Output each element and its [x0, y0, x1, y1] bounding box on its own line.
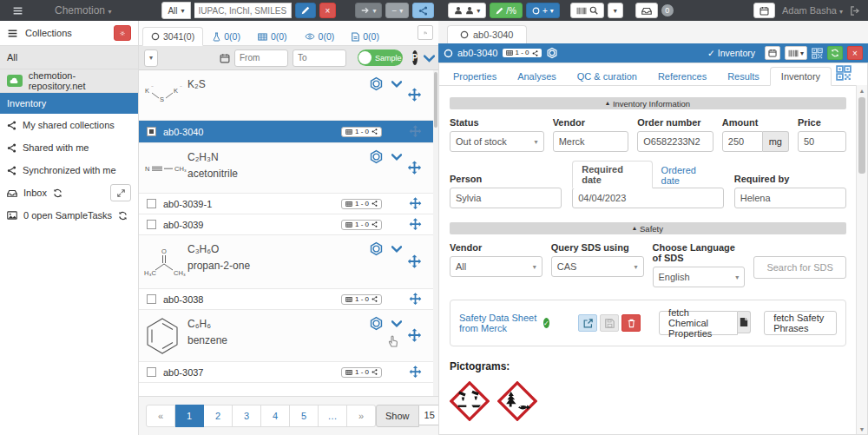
chevron-down-icon[interactable] — [391, 320, 402, 327]
sidebar-item-inbox[interactable]: Inbox — [0, 181, 138, 204]
move-icon[interactable] — [408, 217, 423, 232]
manage-collections-button[interactable] — [114, 25, 131, 41]
date-to-input[interactable] — [293, 49, 346, 67]
clear-search-button[interactable]: × — [319, 3, 337, 18]
page-2[interactable]: 2 — [204, 405, 233, 427]
sidebar-item-inventory[interactable]: Inventory — [0, 93, 138, 114]
required-by-input[interactable] — [734, 188, 846, 208]
remove-button[interactable]: −▾ — [385, 3, 409, 18]
move-icon[interactable] — [408, 365, 423, 379]
amount-input[interactable] — [722, 131, 763, 152]
scroll-thumb[interactable] — [858, 97, 865, 174]
brand-menu[interactable]: Chemotion ▾ — [55, 4, 111, 16]
safety-section-header[interactable]: ▾Safety — [450, 222, 846, 234]
expand-filter-button[interactable] — [424, 50, 435, 66]
detail-window-tab[interactable]: ab0-3040 — [447, 25, 527, 43]
sync-button[interactable] — [827, 46, 843, 60]
date-filter-icon[interactable] — [220, 50, 230, 66]
fetch-safety-phrases-button[interactable]: fetch Safety Phrases — [764, 311, 837, 335]
tab-references[interactable]: References — [648, 68, 717, 85]
calendar-button[interactable] — [753, 3, 775, 18]
inbox-button[interactable] — [635, 3, 658, 18]
move-icon[interactable] — [406, 87, 423, 103]
sidebar-item-synchronized-with-me[interactable]: Synchronized with me — [0, 159, 138, 181]
sidebar-item-shared-with-me[interactable]: Shared with me — [0, 136, 138, 159]
molecule-ring-icon[interactable] — [369, 149, 384, 164]
close-detail-button[interactable]: × — [847, 46, 863, 60]
search-scope-select[interactable]: All▾ — [161, 2, 190, 19]
query-sds-select[interactable]: CAS▾ — [551, 256, 644, 277]
tab-samples[interactable]: 3041(0) — [142, 27, 203, 46]
row-checkbox[interactable] — [147, 367, 156, 377]
logout-button[interactable] — [850, 3, 861, 18]
move-icon[interactable] — [408, 124, 423, 139]
molecule-row-benzene[interactable]: C₆H₆ benzene — [139, 310, 438, 362]
sample-row-ab0-3039-1[interactable]: ab0-3039-1 1 - 0 — [139, 194, 438, 214]
user-menu[interactable]: Adam Basha ▾ — [782, 5, 843, 16]
sample-row-ab0-3038[interactable]: ab0-3038 1 - 0 — [139, 289, 438, 310]
tab-qc-curation[interactable]: QC & curation — [567, 68, 648, 85]
molecule-ring-icon[interactable] — [369, 76, 384, 91]
move-icon[interactable] — [406, 160, 423, 176]
page-1[interactable]: 1 — [175, 405, 204, 427]
list-options-button[interactable] — [418, 25, 433, 40]
scroll-thumb[interactable] — [434, 72, 437, 128]
required-date-input[interactable] — [572, 188, 723, 208]
page-prev[interactable]: « — [146, 405, 175, 427]
save-sds-button[interactable] — [600, 314, 619, 332]
molecule-row-acetonitrile[interactable]: N CH₃ C₂H₃N acetonitrile — [139, 143, 438, 194]
page-3[interactable]: 3 — [233, 405, 261, 427]
status-select[interactable]: Out of stock▾ — [450, 131, 544, 152]
sidebar-item-chemotion-repository[interactable]: chemotion-repository.net — [0, 69, 138, 93]
vendor-input[interactable] — [553, 131, 629, 152]
move-icon[interactable] — [408, 196, 423, 211]
sds-language-select[interactable]: English▾ — [653, 267, 746, 287]
qr-code-icon[interactable] — [812, 47, 823, 59]
delete-sds-button[interactable] — [621, 314, 641, 332]
tab-ordered-date[interactable]: Ordered date — [653, 162, 724, 188]
molecule-ring-icon[interactable] — [369, 241, 384, 256]
order-number-input[interactable] — [637, 131, 713, 152]
inbox-expand-button[interactable] — [110, 184, 131, 201]
inventory-information-section-header[interactable]: ▾Inventory Information — [450, 97, 846, 109]
move-icon[interactable] — [408, 292, 423, 306]
sidebar-toggle-button[interactable] — [7, 3, 29, 19]
refresh-icon[interactable] — [53, 188, 62, 198]
page-5[interactable]: 5 — [290, 405, 319, 427]
sds-vendor-select[interactable]: All▾ — [450, 256, 542, 277]
create-element-button[interactable]: + ▾ — [526, 3, 560, 18]
scroll-down-arrow[interactable]: ▼ — [857, 424, 867, 434]
tab-properties[interactable]: Properties — [443, 68, 507, 85]
sidebar-item-all[interactable]: All — [0, 45, 138, 69]
search-sds-button[interactable]: Search for SDS — [753, 256, 846, 279]
filter-dropdown[interactable]: ▾ — [144, 49, 158, 67]
tab-wellplates[interactable]: 0(0) — [250, 28, 295, 45]
date-from-input[interactable] — [234, 49, 288, 67]
amount-unit-button[interactable]: mg — [763, 131, 789, 152]
sds-link[interactable]: Safety Data Sheet from Merck — [459, 313, 537, 333]
calendar-button[interactable] — [765, 46, 780, 60]
move-icon[interactable] — [406, 254, 423, 270]
detail-scrollbar[interactable]: ▲ ▼ — [856, 85, 867, 434]
molecule-row-propan-2-one[interactable]: O H₃C CH₃ C₃H₆O propan-2-one — [139, 235, 438, 289]
show-button[interactable]: Show — [376, 405, 419, 427]
price-input[interactable] — [798, 131, 846, 152]
sidebar-item-my-shared-collections[interactable]: My shared collections — [0, 114, 138, 136]
person-input[interactable] — [450, 188, 562, 208]
tab-analyses[interactable]: Analyses — [507, 68, 567, 85]
barcode-print-button[interactable]: ▾ — [785, 46, 807, 60]
row-checkbox[interactable] — [147, 294, 156, 304]
manage-collaborators-button[interactable]: ▾ — [448, 3, 486, 18]
page-4[interactable]: 4 — [261, 405, 290, 427]
scroll-up-arrow[interactable]: ▲ — [857, 85, 867, 96]
page-next[interactable]: » — [347, 405, 376, 427]
sample-row-ab0-3040[interactable]: ab0-3040 1 - 0 — [139, 121, 438, 143]
share-button[interactable] — [412, 3, 434, 18]
move-icon[interactable] — [406, 327, 423, 344]
fetch-chemical-properties-button[interactable]: fetch Chemical Properties — [659, 311, 738, 335]
caret-menu-button[interactable]: ▾ — [608, 3, 623, 18]
file-icon-button[interactable] — [738, 311, 751, 333]
scanner-search-button[interactable] — [570, 3, 604, 18]
row-checkbox[interactable] — [147, 127, 156, 136]
tab-research-plans[interactable]: 0(0) — [344, 28, 387, 45]
